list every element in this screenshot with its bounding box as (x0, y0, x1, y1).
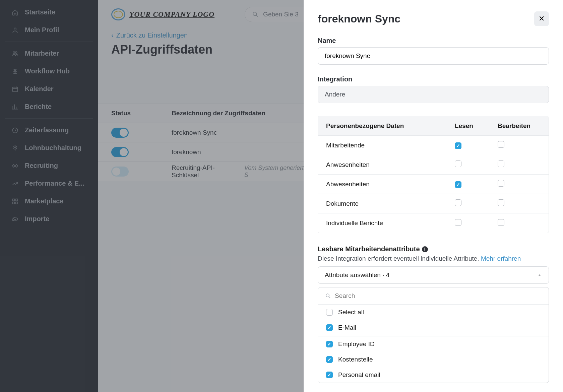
attribute-option[interactable]: E-Mail (318, 320, 549, 336)
integration-label: Integration (318, 75, 549, 83)
attribute-option[interactable]: Kostenstelle (318, 352, 549, 367)
close-button[interactable]: ✕ (534, 11, 549, 26)
option-label: Personal email (338, 371, 380, 379)
attributes-dropdown: Select all E-MailEmployee IDKostenstelle… (318, 287, 549, 383)
edit-checkbox[interactable] (498, 141, 504, 148)
svg-line-12 (329, 297, 330, 298)
perm-label: Individuelle Berichte (326, 219, 455, 227)
permission-row: Dokumente (318, 194, 549, 213)
permission-row: Individuelle Berichte (318, 213, 549, 233)
permission-row: Mitarbeitende (318, 136, 549, 155)
option-checkbox[interactable] (326, 356, 333, 363)
search-icon (325, 293, 331, 299)
option-label: E-Mail (338, 324, 356, 331)
edit-checkbox[interactable] (498, 219, 504, 226)
permission-row: Abwesenheiten (318, 175, 549, 194)
perm-label: Mitarbeitende (326, 142, 455, 149)
permission-row: Anwesenheiten (318, 155, 549, 175)
option-label: Kostenstelle (338, 356, 373, 363)
read-checkbox[interactable] (455, 160, 461, 167)
attribute-option[interactable]: Personal email (318, 367, 549, 383)
panel-title: foreknown Sync (318, 13, 400, 25)
edit-checkbox[interactable] (498, 160, 504, 167)
perm-col-edit: Bearbeiten (498, 122, 541, 130)
perm-label: Abwesenheiten (326, 181, 455, 188)
read-checkbox[interactable] (455, 142, 461, 149)
option-checkbox[interactable] (326, 341, 333, 347)
permissions-table: Personenbezogene Daten Lesen Bearbeiten … (318, 116, 549, 233)
select-text: Attribute auswählen · 4 (325, 271, 389, 279)
attributes-select[interactable]: Attribute auswählen · 4 (318, 266, 549, 284)
attributes-desc: Diese Integration erfordert eventuell in… (318, 255, 481, 262)
integration-value: Andere (318, 86, 549, 103)
close-icon: ✕ (539, 14, 545, 23)
learn-more-link[interactable]: Mehr erfahren (481, 255, 521, 262)
option-label: Employee ID (338, 340, 375, 348)
name-label: Name (318, 37, 549, 45)
checkbox-select-all[interactable] (326, 309, 333, 316)
read-checkbox[interactable] (455, 199, 461, 206)
edit-checkbox[interactable] (498, 180, 504, 187)
perm-label: Dokumente (326, 200, 455, 207)
name-input[interactable] (318, 47, 549, 65)
svg-point-11 (326, 294, 329, 297)
perm-col-data: Personenbezogene Daten (326, 122, 455, 130)
perm-label: Anwesenheiten (326, 161, 455, 169)
attribute-search-input[interactable] (335, 292, 541, 300)
option-select-all[interactable]: Select all (318, 305, 549, 320)
read-checkbox[interactable] (455, 219, 461, 226)
read-checkbox[interactable] (455, 181, 461, 188)
attributes-section-label: Lesbare Mitarbeitendenattribute (318, 245, 420, 253)
chevron-up-icon (537, 273, 542, 277)
attribute-option[interactable]: Employee ID (318, 336, 549, 352)
info-icon[interactable]: i (422, 246, 428, 252)
select-all-label: Select all (338, 309, 364, 316)
perm-col-read: Lesen (455, 122, 498, 130)
edit-checkbox[interactable] (498, 199, 504, 206)
detail-panel: foreknown Sync ✕ Name Integration Andere… (304, 0, 563, 392)
option-checkbox[interactable] (326, 372, 333, 378)
option-checkbox[interactable] (326, 324, 333, 331)
